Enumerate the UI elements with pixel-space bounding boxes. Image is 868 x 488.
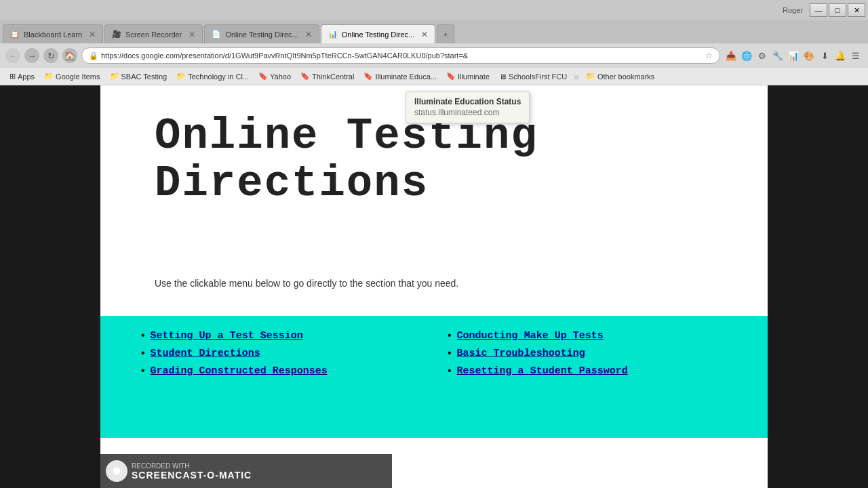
bullet-6: •	[448, 365, 452, 377]
sidebar-left	[0, 85, 100, 488]
page-content: Online testing Directions Use the clicka…	[100, 85, 768, 488]
back-button[interactable]: ←	[5, 48, 20, 63]
bookmark-illuminate-edu[interactable]: 🔖 Illuminate Educa...	[359, 70, 441, 82]
tab-close-blackboard[interactable]: ✕	[89, 30, 96, 39]
new-tab-button[interactable]: +	[437, 24, 454, 43]
user-label: Roger	[783, 6, 803, 14]
slide-title: Online testing Directions	[155, 113, 713, 208]
window-controls: Roger — □ ✕	[783, 3, 865, 17]
title-bar: Roger — □ ✕	[0, 0, 868, 20]
screencast-logo: ⏺	[106, 460, 127, 482]
bullet-3: •	[141, 347, 145, 359]
bookmark-schoolsfirst-label: SchoolsFirst FCU	[509, 73, 567, 81]
slide-link-3[interactable]: Student Directions	[151, 348, 260, 359]
bookmark-google-items[interactable]: 📁 Google Items	[40, 70, 104, 82]
extension-icon-6[interactable]: 🎨	[802, 49, 816, 62]
screencast-info: RECORDED WITH SCREENCAST-O-MATIC	[132, 462, 252, 481]
bookmark-apps-label: Apps	[18, 73, 35, 81]
tab-label-screenrecorder: Screen Recorder	[125, 30, 182, 39]
content-area: Online testing Directions Use the clicka…	[0, 85, 868, 488]
links-grid: • Setting Up a Test Session • Conducting…	[141, 329, 727, 377]
bookmark-technology[interactable]: 📁 Technology in Cl...	[172, 70, 253, 82]
extension-icon-1[interactable]: 📥	[724, 49, 738, 62]
tab-close-screenrecorder[interactable]: ✕	[189, 30, 195, 39]
extension-icon-5[interactable]: 📊	[787, 49, 800, 62]
toolbar-icons: 📥 🌐 ⚙ 🔧 📊 🎨 ⬇ 🔔 ☰	[724, 49, 863, 62]
tab-favicon-4: 📊	[328, 30, 338, 39]
slide-link-6[interactable]: Resetting a Student Password	[457, 365, 628, 377]
slide-subtitle: Use the clickable menu below to go direc…	[155, 278, 713, 289]
screencast-brand: SCREENCAST-O-MATIC	[132, 470, 252, 481]
apps-icon: ⊞	[9, 72, 16, 81]
slide-bottom: • Setting Up a Test Session • Conducting…	[100, 316, 768, 438]
slide-top: Online testing Directions Use the clicka…	[100, 85, 768, 316]
minimize-button[interactable]: —	[810, 3, 827, 17]
bullet-2: •	[448, 329, 452, 342]
screencast-footer: ⏺ RECORDED WITH SCREENCAST-O-MATIC	[100, 454, 392, 488]
forward-button[interactable]: →	[24, 48, 39, 63]
tab-bar: 📋 Blackboard Learn ✕ 🎥 Screen Recorder ✕…	[0, 20, 868, 43]
extension-icon-4[interactable]: 🔧	[771, 49, 785, 62]
other-bookmarks-icon: 📁	[586, 72, 595, 81]
tab-online-testing-4[interactable]: 📊 Online Testing Direc... ✕	[321, 24, 435, 43]
bookmarks-bar: ⊞ Apps 📁 Google Items 📁 SBAC Testing 📁 T…	[0, 68, 868, 85]
tab-online-testing-3[interactable]: 📄 Online Testing Direc... ✕	[204, 24, 319, 43]
extension-icon-8[interactable]: 🔔	[833, 49, 847, 62]
yahoo-icon: 🔖	[258, 72, 268, 81]
link-item-6: • Resetting a Student Password	[448, 365, 727, 377]
close-button[interactable]: ✕	[848, 3, 865, 17]
slide-link-4[interactable]: Basic Troubleshooting	[457, 348, 585, 359]
tab-label-3: Online Testing Direc...	[225, 30, 298, 39]
bookmark-illuminate-edu-label: Illuminate Educa...	[375, 73, 437, 81]
url-bar[interactable]: 🔒 https://docs.google.com/presentation/d…	[81, 47, 720, 64]
bullet-4: •	[448, 347, 452, 359]
bookmark-apps[interactable]: ⊞ Apps	[5, 70, 39, 82]
slide-link-1[interactable]: Setting Up a Test Session	[151, 330, 303, 342]
schoolsfirst-icon: 🖥	[499, 73, 507, 81]
recorded-with-label: RECORDED WITH	[132, 462, 252, 470]
tab-favicon-blackboard: 📋	[10, 30, 20, 39]
bullet-5: •	[141, 365, 145, 377]
link-item-4: • Basic Troubleshooting	[448, 347, 727, 359]
google-items-icon: 📁	[44, 72, 54, 81]
tab-blackboard[interactable]: 📋 Blackboard Learn ✕	[3, 24, 103, 43]
bookmark-google-items-label: Google Items	[56, 73, 100, 81]
browser-window: Roger — □ ✕ 📋 Blackboard Learn ✕ 🎥 Scree…	[0, 0, 868, 488]
extension-icon-7[interactable]: ⬇	[818, 49, 831, 62]
tab-screenrecorder[interactable]: 🎥 Screen Recorder ✕	[104, 24, 203, 43]
bookmark-sbac[interactable]: 📁 SBAC Testing	[106, 70, 172, 82]
tab-close-3[interactable]: ✕	[305, 30, 312, 39]
extension-icon-3[interactable]: ⚙	[755, 49, 769, 62]
bookmark-thinkcentral[interactable]: 🔖 ThinkCentral	[296, 70, 358, 82]
extension-icon-2[interactable]: 🌐	[740, 49, 753, 62]
bookmark-other-label: Other bookmarks	[597, 73, 654, 81]
tab-close-4[interactable]: ✕	[421, 30, 428, 39]
maximize-button[interactable]: □	[829, 3, 846, 17]
bullet-1: •	[141, 329, 145, 342]
bookmark-other[interactable]: 📁 Other bookmarks	[582, 70, 658, 82]
url-text: https://docs.google.com/presentation/d/1…	[101, 52, 705, 60]
link-item-2: • Conducting Make Up Tests	[448, 329, 727, 342]
slide-link-5[interactable]: Grading Constructed Responses	[151, 365, 328, 377]
bookmark-schoolsfirst[interactable]: 🖥 SchoolsFirst FCU	[495, 71, 571, 82]
bookmark-yahoo[interactable]: 🔖 Yahoo	[254, 70, 295, 82]
tab-favicon-screenrecorder: 🎥	[112, 30, 121, 39]
bookmark-sbac-label: SBAC Testing	[121, 73, 167, 81]
thinkcentral-icon: 🔖	[300, 72, 310, 81]
link-item-1: • Setting Up a Test Session	[141, 329, 420, 342]
technology-icon: 📁	[176, 72, 186, 81]
reload-button[interactable]: ↻	[43, 48, 58, 63]
illuminate-icon: 🔖	[446, 72, 456, 81]
bookmark-illuminate-label: Illuminate	[458, 73, 490, 81]
slide-link-2[interactable]: Conducting Make Up Tests	[457, 330, 604, 342]
link-item-3: • Student Directions	[141, 347, 420, 359]
bookmark-illuminate[interactable]: 🔖 Illuminate	[442, 70, 494, 82]
star-icon[interactable]: ☆	[705, 51, 713, 60]
home-button[interactable]: 🏠	[62, 48, 77, 63]
bookmark-technology-label: Technology in Cl...	[188, 73, 249, 81]
menu-icon[interactable]: ☰	[849, 49, 863, 62]
tab-label-blackboard: Blackboard Learn	[24, 30, 82, 39]
address-bar: ← → ↻ 🏠 🔒 https://docs.google.com/presen…	[0, 43, 868, 68]
sbac-icon: 📁	[110, 72, 119, 81]
ssl-icon: 🔒	[89, 52, 98, 60]
